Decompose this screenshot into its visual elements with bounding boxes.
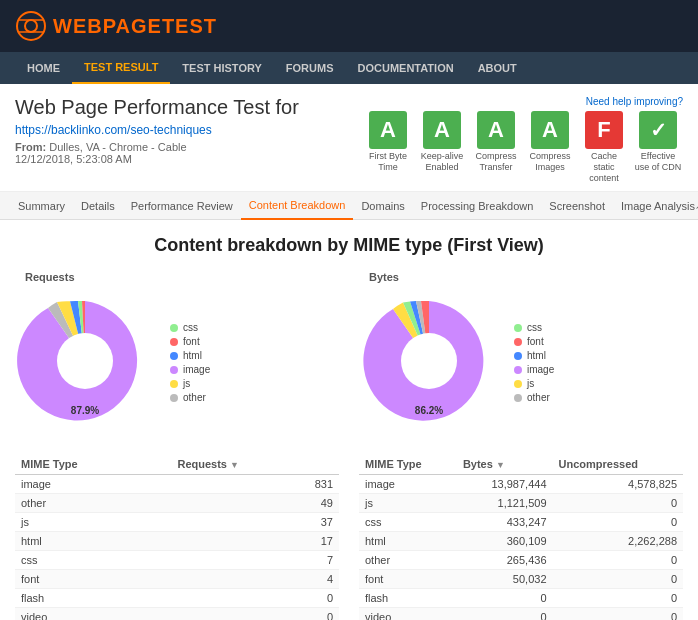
sub-nav-domains[interactable]: Domains (353, 192, 412, 220)
nav-home[interactable]: HOME (15, 52, 72, 84)
req-type-video: video (15, 608, 171, 620)
bytes-val-css: 433,247 (457, 513, 553, 532)
font-dot (170, 338, 178, 346)
bytes-uncomp-font: 0 (553, 570, 683, 589)
table-row: css 7 (15, 551, 339, 570)
grade-keepalive: A Keep-aliveEnabled (417, 111, 467, 183)
grade-label-cdn: Effectiveuse of CDN (635, 151, 682, 173)
bytes-type-image: image (359, 475, 457, 494)
svg-point-1 (25, 20, 37, 32)
bytes-val-image: 13,987,444 (457, 475, 553, 494)
req-val-image: 831 (171, 475, 339, 494)
table-row: flash 0 0 (359, 589, 683, 608)
bytes-val-html: 360,109 (457, 532, 553, 551)
logo-web: WEB (53, 15, 103, 37)
bytes-uncomp-video: 0 (553, 608, 683, 620)
bytes-js-label: js (527, 378, 534, 389)
bytes-font-dot (514, 338, 522, 346)
grade-badge-cdn: ✓ (639, 111, 677, 149)
sub-nav-details[interactable]: Details (73, 192, 123, 220)
css-dot (170, 324, 178, 332)
requests-legend-image: image (170, 364, 210, 375)
bytes-image-dot (514, 366, 522, 374)
bytes-uncomp-js: 0 (553, 494, 683, 513)
logo-text: WEBPAGETEST (53, 15, 217, 38)
bytes-image-label: image (527, 364, 554, 375)
bytes-html-dot (514, 352, 522, 360)
req-val-font: 4 (171, 570, 339, 589)
image-dot (170, 366, 178, 374)
sub-nav-summary[interactable]: Summary (10, 192, 73, 220)
requests-chart-title: Requests (15, 271, 75, 283)
grade-label-compress-transfer: CompressTransfer (475, 151, 516, 173)
table-row: image 831 (15, 475, 339, 494)
bytes-type-font: font (359, 570, 457, 589)
table-row: js 37 (15, 513, 339, 532)
bytes-legend-css: css (514, 322, 554, 333)
grade-label-keepalive: Keep-aliveEnabled (421, 151, 464, 173)
sub-nav-content-breakdown[interactable]: Content Breakdown (241, 192, 354, 220)
requests-legend: css font html image (170, 322, 210, 403)
bytes-chart: Bytes (359, 271, 683, 434)
test-url[interactable]: https://backlinko.com/seo-techniques (15, 123, 212, 137)
main-nav: HOME TEST RESULT TEST HISTORY FORUMS DOC… (0, 52, 698, 84)
table-row: font 50,032 0 (359, 570, 683, 589)
sub-nav-image-analysis[interactable]: Image Analysis (613, 192, 698, 220)
bytes-legend: css font html image (514, 322, 554, 403)
bytes-val-js: 1,121,509 (457, 494, 553, 513)
sub-nav-screenshot[interactable]: Screenshot (541, 192, 613, 220)
grades-section: Need help improving? A First ByteTime A … (363, 96, 683, 183)
bytes-filter-icon[interactable]: ▼ (496, 460, 505, 470)
bytes-col-bytes: Bytes ▼ (457, 454, 553, 475)
bytes-val-flash: 0 (457, 589, 553, 608)
requests-table-section: MIME Type Requests ▼ image 831 other 49 (15, 454, 339, 620)
bytes-legend-image: image (514, 364, 554, 375)
sub-nav: Summary Details Performance Review Conte… (0, 192, 698, 220)
from-info: From: Dulles, VA - Chrome - Cable 12/12/… (15, 141, 299, 165)
logo: WEBPAGETEST (15, 10, 217, 42)
grade-label-cache: Cachestaticcontent (589, 151, 619, 183)
bytes-val-font: 50,032 (457, 570, 553, 589)
bytes-col-mime: MIME Type (359, 454, 457, 475)
help-link[interactable]: Need help improving? (586, 96, 683, 107)
grade-compress-images: A CompressImages (525, 111, 575, 183)
bytes-pie-wrapper: 86.2% (359, 291, 499, 434)
requests-legend-html: html (170, 350, 210, 361)
table-row: other 265,436 0 (359, 551, 683, 570)
req-type-js: js (15, 513, 171, 532)
bytes-type-other: other (359, 551, 457, 570)
req-val-flash: 0 (171, 589, 339, 608)
bytes-css-dot (514, 324, 522, 332)
req-filter-icon[interactable]: ▼ (230, 460, 239, 470)
bytes-val-video: 0 (457, 608, 553, 620)
bytes-table-section: MIME Type Bytes ▼ Uncompressed image 13,… (359, 454, 683, 620)
nav-about[interactable]: ABOUT (466, 52, 529, 84)
test-date: 12/12/2018, 5:23:08 AM (15, 153, 132, 165)
bytes-uncomp-image: 4,578,825 (553, 475, 683, 494)
requests-pie-label: 87.9% (71, 405, 99, 416)
nav-forums[interactable]: FORUMS (274, 52, 346, 84)
sub-nav-performance-review[interactable]: Performance Review (123, 192, 241, 220)
req-type-font: font (15, 570, 171, 589)
bytes-css-label: css (527, 322, 542, 333)
req-type-other: other (15, 494, 171, 513)
bytes-js-dot (514, 380, 522, 388)
html-label: html (183, 350, 202, 361)
nav-documentation[interactable]: DOCUMENTATION (346, 52, 466, 84)
bytes-chart-title: Bytes (359, 271, 399, 283)
bytes-val-other: 265,436 (457, 551, 553, 570)
bytes-table: MIME Type Bytes ▼ Uncompressed image 13,… (359, 454, 683, 620)
bytes-legend-html: html (514, 350, 554, 361)
bytes-html-label: html (527, 350, 546, 361)
page-title: Web Page Performance Test for (15, 96, 299, 119)
html-dot (170, 352, 178, 360)
charts-row: Requests (15, 271, 683, 434)
table-row: font 4 (15, 570, 339, 589)
sub-nav-processing-breakdown[interactable]: Processing Breakdown (413, 192, 542, 220)
bytes-type-video: video (359, 608, 457, 620)
other-dot (170, 394, 178, 402)
nav-test-result[interactable]: TEST RESULT (72, 52, 170, 84)
test-info: Web Page Performance Test for https://ba… (15, 96, 299, 165)
nav-test-history[interactable]: TEST HISTORY (170, 52, 273, 84)
bytes-pie-label: 86.2% (415, 405, 443, 416)
